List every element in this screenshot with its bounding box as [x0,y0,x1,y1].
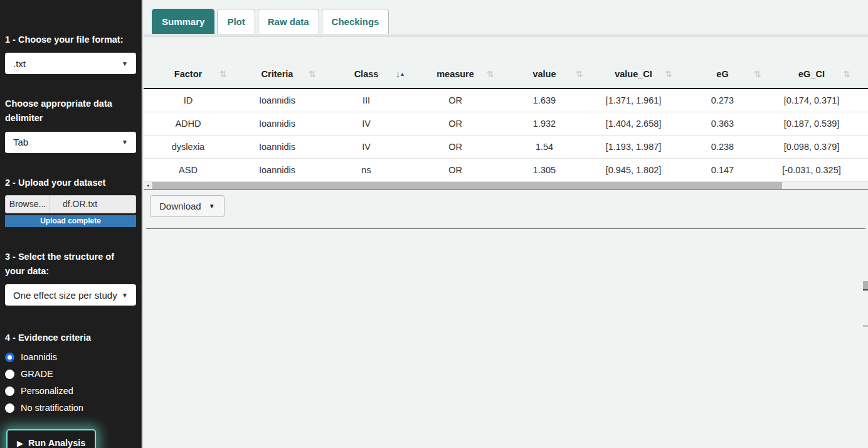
sort-icon[interactable]: ⇅ [309,69,316,79]
sort-icon[interactable]: ⇅ [487,69,494,79]
radio-icon [5,403,14,413]
col-header-value-ci[interactable]: value_CI⇅ [589,60,678,88]
sort-icon[interactable]: ⇅ [576,69,583,79]
col-header-eg-ci[interactable]: eG_CI⇅ [767,60,856,88]
file-upload-group: Browse... df.OR.txt [5,195,136,213]
radio-grade[interactable]: GRADE [5,369,136,379]
col-header-measure[interactable]: measure⇅ [411,60,500,88]
chevron-down-icon: ▼ [122,60,128,67]
col-header-value[interactable]: value⇅ [500,60,589,88]
tab-bar: Summary Plot Raw data Checkings [144,0,868,36]
upload-status-text: Upload complete [40,216,101,225]
radio-label: No stratification [21,403,83,413]
table-row[interactable]: ADHD Ioannidis IV OR 1.932 [1.404, 2.658… [144,112,868,135]
file-format-select[interactable]: .txt ▼ [5,53,136,74]
run-analysis-label: Run Analysis [28,438,85,448]
horizontal-scrollbar[interactable]: ◂ [144,182,868,190]
tab-summary[interactable]: Summary [152,9,214,34]
delimiter-label: Choose appropriate data delimiter [5,97,136,125]
download-label: Download [159,201,201,211]
table-row[interactable]: ID Ioannidis III OR 1.639 [1.371, 1.961]… [144,88,868,112]
col-header-factor[interactable]: Factor⇅ [144,60,233,88]
file-format-value: .txt [13,58,26,69]
radio-no-stratification[interactable]: No stratification [5,403,136,413]
radio-icon [5,387,14,396]
radio-personalized[interactable]: Personalized [5,386,136,396]
sidebar: 1 - Choose your file format: .txt ▼ Choo… [0,0,142,448]
radio-selected-icon [5,353,14,362]
radio-label: Personalized [21,386,73,396]
sort-ascending-icon[interactable]: ↓▲ [396,69,405,79]
run-analysis-button[interactable]: ▶ Run Analysis [6,429,96,448]
filler-cell [856,88,868,112]
scrollbar-track[interactable] [152,182,868,189]
col-header-eg[interactable]: eG⇅ [678,60,767,88]
radio-ioannidis[interactable]: Ioannidis [5,352,136,362]
play-icon: ▶ [17,439,23,448]
tab-checkings[interactable]: Checkings [322,9,389,34]
sort-icon[interactable]: ⇅ [665,69,672,79]
download-button[interactable]: Download ▼ [150,195,225,217]
structure-label: 3 - Select the structure of your data: [5,250,136,279]
summary-tab-content: Factor⇅ Criteria⇅ Class↓▲ measure⇅ value… [144,36,868,229]
col-header-class[interactable]: Class↓▲ [322,60,411,88]
chevron-down-icon: ▼ [209,203,215,210]
filler-cell [856,135,868,158]
browse-button[interactable]: Browse... [5,195,50,213]
vertical-scrollbar-mark [863,325,868,327]
tab-raw-data[interactable]: Raw data [258,9,319,34]
table-row[interactable]: ASD Ioannidis ns OR 1.305 [0.945, 1.802]… [144,158,868,181]
divider [146,228,865,229]
radio-label: GRADE [21,369,53,379]
filler-header [856,60,868,88]
table-row[interactable]: dyslexia Ioannidis IV OR 1.54 [1.193, 1.… [144,135,868,158]
chevron-down-icon: ▼ [122,139,128,146]
upload-label: 2 - Upload your dataset [5,176,136,190]
delimiter-select[interactable]: Tab ▼ [5,132,136,153]
vertical-scrollbar-thumb[interactable] [863,281,868,291]
scroll-left-arrow-icon[interactable]: ◂ [144,182,152,189]
chevron-down-icon: ▼ [122,292,128,299]
col-header-criteria[interactable]: Criteria⇅ [233,60,322,88]
main-panel: Summary Plot Raw data Checkings Factor⇅ … [144,0,868,448]
delimiter-value: Tab [13,137,28,147]
scrollbar-thumb[interactable] [152,182,782,189]
filler-cell [856,112,868,135]
tab-plot[interactable]: Plot [217,9,255,34]
table-header-row: Factor⇅ Criteria⇅ Class↓▲ measure⇅ value… [144,60,868,88]
upload-progress-bar: Upload complete [5,215,136,227]
sort-icon[interactable]: ⇅ [843,69,850,79]
criteria-label: 4 - Evidence criteria [5,331,136,345]
sort-icon[interactable]: ⇅ [754,69,761,79]
summary-table: Factor⇅ Criteria⇅ Class↓▲ measure⇅ value… [144,60,868,182]
radio-label: Ioannidis [21,352,57,362]
file-format-label: 1 - Choose your file format: [5,33,136,47]
filler-cell [856,158,868,181]
structure-value: One effect size per study [13,290,117,301]
file-name-field: df.OR.txt [50,195,136,213]
radio-icon [5,370,14,379]
structure-select[interactable]: One effect size per study ▼ [5,284,136,306]
sort-icon[interactable]: ⇅ [220,69,227,79]
